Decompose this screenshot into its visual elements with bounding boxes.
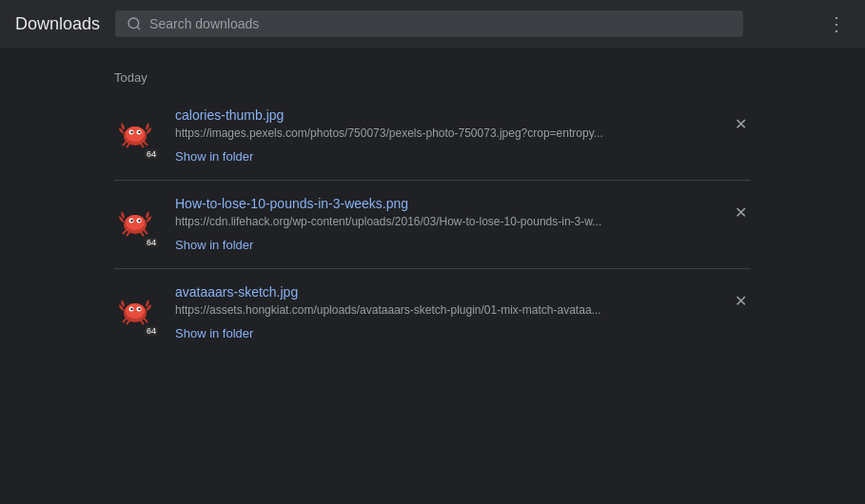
remove-download-button[interactable]: ✕: [731, 111, 751, 137]
search-bar: [115, 10, 743, 37]
file-name[interactable]: How-to-lose-10-pounds-in-3-weeks.png: [175, 196, 716, 211]
download-item: 64 How-to-lose-10-pounds-in-3-weeks.png …: [114, 181, 751, 269]
svg-point-18: [130, 308, 132, 310]
svg-line-1: [137, 27, 140, 29]
file-badge: 64: [145, 238, 158, 247]
remove-download-button[interactable]: ✕: [731, 288, 751, 314]
download-item: 64 avataaars-sketch.jpg https://assets.h…: [114, 269, 751, 357]
section-today: Today: [114, 70, 751, 357]
search-icon: [127, 16, 142, 31]
file-url: https://assets.hongkiat.com/uploads/avat…: [175, 303, 670, 317]
download-info: How-to-lose-10-pounds-in-3-weeks.png htt…: [175, 196, 716, 253]
downloads-main: Today: [0, 48, 865, 504]
file-badge: 64: [145, 149, 158, 159]
file-url: https://cdn.lifehack.org/wp-content/uplo…: [175, 215, 670, 228]
file-thumbnail: 64: [114, 290, 160, 336]
file-thumbnail: 64: [114, 113, 160, 159]
svg-point-3: [126, 126, 145, 142]
section-label-today: Today: [114, 70, 751, 85]
file-url: https://images.pexels.com/photos/750073/…: [175, 126, 670, 140]
svg-point-7: [138, 131, 140, 133]
svg-point-15: [126, 303, 145, 319]
download-info: calories-thumb.jpg https://images.pexels…: [175, 107, 716, 165]
file-badge: 64: [145, 326, 158, 336]
svg-point-9: [126, 215, 145, 230]
search-input[interactable]: [149, 16, 732, 31]
more-options-icon[interactable]: ⋮: [823, 9, 850, 39]
svg-point-0: [128, 18, 139, 29]
file-thumbnail: 64: [114, 202, 160, 247]
file-name[interactable]: avataaars-sketch.jpg: [175, 284, 716, 300]
download-info: avataaars-sketch.jpg https://assets.hong…: [175, 284, 716, 341]
show-in-folder-button[interactable]: Show in folder: [175, 149, 253, 164]
page-title: Downloads: [15, 14, 100, 34]
show-in-folder-button[interactable]: Show in folder: [175, 326, 253, 340]
file-name[interactable]: calories-thumb.jpg: [175, 107, 716, 123]
header-actions: ⋮: [823, 9, 850, 39]
svg-point-12: [130, 220, 132, 222]
svg-point-6: [130, 131, 132, 133]
downloads-header: Downloads ⋮: [0, 0, 865, 48]
remove-download-button[interactable]: ✕: [731, 200, 751, 225]
svg-point-13: [138, 220, 140, 222]
show-in-folder-button[interactable]: Show in folder: [175, 238, 253, 252]
download-item: 64 calories-thumb.jpg https://images.pex…: [114, 92, 751, 181]
svg-point-19: [138, 308, 140, 310]
